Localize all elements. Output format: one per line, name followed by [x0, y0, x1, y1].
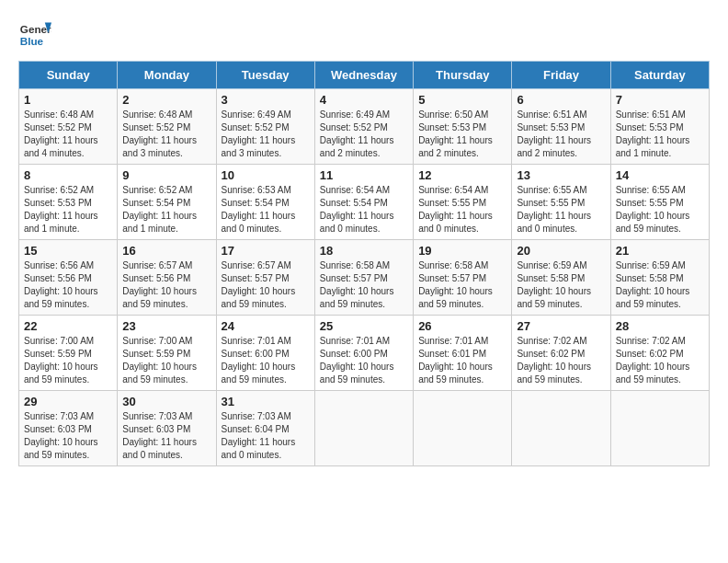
day-number: 3 [222, 93, 310, 107]
calendar-day-cell: 26 Sunrise: 7:01 AMSunset: 6:01 PMDaylig… [414, 316, 512, 391]
day-info: Sunrise: 6:52 AMSunset: 5:53 PMDaylight:… [24, 185, 98, 234]
calendar-week-row: 29 Sunrise: 7:03 AMSunset: 6:03 PMDaylig… [19, 391, 710, 466]
calendar-day-cell [314, 391, 413, 466]
calendar-day-cell: 7 Sunrise: 6:51 AMSunset: 5:53 PMDayligh… [610, 89, 709, 165]
calendar-day-header: Monday [118, 62, 216, 89]
calendar-table: SundayMondayTuesdayWednesdayThursdayFrid… [18, 61, 710, 466]
day-number: 1 [24, 93, 112, 107]
day-info: Sunrise: 6:50 AMSunset: 5:53 PMDaylight:… [418, 109, 493, 158]
day-number: 11 [320, 168, 408, 182]
day-number: 24 [222, 319, 310, 333]
calendar-day-cell: 13 Sunrise: 6:55 AMSunset: 5:55 PMDaylig… [512, 165, 610, 240]
day-info: Sunrise: 6:59 AMSunset: 5:58 PMDaylight:… [517, 260, 591, 309]
day-number: 22 [24, 319, 112, 333]
calendar-day-cell: 25 Sunrise: 7:01 AMSunset: 6:00 PMDaylig… [314, 316, 413, 391]
day-number: 5 [418, 93, 506, 107]
day-number: 16 [122, 244, 210, 258]
day-info: Sunrise: 6:57 AMSunset: 5:57 PMDaylight:… [222, 260, 296, 309]
calendar-day-cell: 20 Sunrise: 6:59 AMSunset: 5:58 PMDaylig… [512, 240, 610, 316]
day-info: Sunrise: 7:00 AMSunset: 5:59 PMDaylight:… [24, 336, 98, 385]
svg-text:Blue: Blue [20, 35, 44, 47]
calendar-day-cell: 24 Sunrise: 7:01 AMSunset: 6:00 PMDaylig… [216, 316, 314, 391]
logo-icon: General Blue [18, 18, 51, 52]
calendar-day-cell: 18 Sunrise: 6:58 AMSunset: 5:57 PMDaylig… [314, 240, 413, 316]
day-info: Sunrise: 7:02 AMSunset: 6:02 PMDaylight:… [517, 336, 591, 385]
day-info: Sunrise: 7:01 AMSunset: 6:01 PMDaylight:… [418, 336, 493, 385]
calendar-day-cell [512, 391, 610, 466]
calendar-day-header: Friday [512, 62, 610, 89]
day-info: Sunrise: 6:55 AMSunset: 5:55 PMDaylight:… [616, 185, 690, 234]
day-info: Sunrise: 6:49 AMSunset: 5:52 PMDaylight:… [320, 109, 394, 158]
calendar-day-cell: 8 Sunrise: 6:52 AMSunset: 5:53 PMDayligh… [19, 165, 118, 240]
day-number: 23 [122, 319, 210, 333]
calendar-day-cell: 27 Sunrise: 7:02 AMSunset: 6:02 PMDaylig… [512, 316, 610, 391]
calendar-week-row: 8 Sunrise: 6:52 AMSunset: 5:53 PMDayligh… [19, 165, 710, 240]
calendar-day-cell: 14 Sunrise: 6:55 AMSunset: 5:55 PMDaylig… [610, 165, 709, 240]
calendar-week-row: 15 Sunrise: 6:56 AMSunset: 5:56 PMDaylig… [19, 240, 710, 316]
day-number: 19 [418, 244, 506, 258]
calendar-day-header: Sunday [19, 62, 118, 89]
day-info: Sunrise: 6:58 AMSunset: 5:57 PMDaylight:… [320, 260, 394, 309]
logo: General Blue [18, 18, 57, 52]
day-info: Sunrise: 6:48 AMSunset: 5:52 PMDaylight:… [24, 109, 98, 158]
day-info: Sunrise: 7:03 AMSunset: 6:03 PMDaylight:… [122, 411, 197, 460]
day-info: Sunrise: 7:03 AMSunset: 6:03 PMDaylight:… [24, 411, 98, 460]
day-number: 2 [122, 93, 210, 107]
calendar-day-header: Thursday [414, 62, 512, 89]
day-info: Sunrise: 6:57 AMSunset: 5:56 PMDaylight:… [122, 260, 197, 309]
calendar-day-header: Wednesday [314, 62, 413, 89]
calendar-day-cell: 2 Sunrise: 6:48 AMSunset: 5:52 PMDayligh… [118, 89, 216, 165]
calendar-day-cell: 22 Sunrise: 7:00 AMSunset: 5:59 PMDaylig… [19, 316, 118, 391]
day-number: 7 [616, 93, 704, 107]
day-number: 14 [616, 168, 704, 182]
calendar-day-cell: 17 Sunrise: 6:57 AMSunset: 5:57 PMDaylig… [216, 240, 314, 316]
calendar-body: 1 Sunrise: 6:48 AMSunset: 5:52 PMDayligh… [19, 89, 710, 466]
day-number: 26 [418, 319, 506, 333]
calendar-day-header: Tuesday [216, 62, 314, 89]
calendar-day-cell: 6 Sunrise: 6:51 AMSunset: 5:53 PMDayligh… [512, 89, 610, 165]
page-header: General Blue [18, 18, 710, 52]
calendar-day-cell: 29 Sunrise: 7:03 AMSunset: 6:03 PMDaylig… [19, 391, 118, 466]
calendar-week-row: 1 Sunrise: 6:48 AMSunset: 5:52 PMDayligh… [19, 89, 710, 165]
day-number: 20 [517, 244, 605, 258]
day-info: Sunrise: 6:48 AMSunset: 5:52 PMDaylight:… [122, 109, 197, 158]
calendar-day-cell: 15 Sunrise: 6:56 AMSunset: 5:56 PMDaylig… [19, 240, 118, 316]
day-number: 31 [222, 395, 310, 408]
day-info: Sunrise: 6:59 AMSunset: 5:58 PMDaylight:… [616, 260, 690, 309]
day-number: 9 [122, 168, 210, 182]
day-number: 18 [320, 244, 408, 258]
day-number: 17 [222, 244, 310, 258]
day-number: 29 [24, 395, 112, 408]
calendar-day-cell: 28 Sunrise: 7:02 AMSunset: 6:02 PMDaylig… [610, 316, 709, 391]
calendar-day-cell: 31 Sunrise: 7:03 AMSunset: 6:04 PMDaylig… [216, 391, 314, 466]
day-info: Sunrise: 7:03 AMSunset: 6:04 PMDaylight:… [222, 411, 296, 460]
day-info: Sunrise: 7:01 AMSunset: 6:00 PMDaylight:… [222, 336, 296, 385]
day-number: 25 [320, 319, 408, 333]
day-number: 21 [616, 244, 704, 258]
day-number: 27 [517, 319, 605, 333]
calendar-day-cell: 11 Sunrise: 6:54 AMSunset: 5:54 PMDaylig… [314, 165, 413, 240]
calendar-day-cell: 5 Sunrise: 6:50 AMSunset: 5:53 PMDayligh… [414, 89, 512, 165]
day-number: 28 [616, 319, 704, 333]
calendar-day-cell: 10 Sunrise: 6:53 AMSunset: 5:54 PMDaylig… [216, 165, 314, 240]
calendar-day-cell: 4 Sunrise: 6:49 AMSunset: 5:52 PMDayligh… [314, 89, 413, 165]
calendar-day-cell [610, 391, 709, 466]
calendar-day-cell: 16 Sunrise: 6:57 AMSunset: 5:56 PMDaylig… [118, 240, 216, 316]
calendar-day-cell: 12 Sunrise: 6:54 AMSunset: 5:55 PMDaylig… [414, 165, 512, 240]
calendar-day-cell: 30 Sunrise: 7:03 AMSunset: 6:03 PMDaylig… [118, 391, 216, 466]
calendar-day-cell: 19 Sunrise: 6:58 AMSunset: 5:57 PMDaylig… [414, 240, 512, 316]
day-number: 12 [418, 168, 506, 182]
day-info: Sunrise: 7:01 AMSunset: 6:00 PMDaylight:… [320, 336, 394, 385]
calendar-day-cell [414, 391, 512, 466]
day-info: Sunrise: 6:51 AMSunset: 5:53 PMDaylight:… [616, 109, 690, 158]
day-info: Sunrise: 6:53 AMSunset: 5:54 PMDaylight:… [222, 185, 296, 234]
day-info: Sunrise: 6:56 AMSunset: 5:56 PMDaylight:… [24, 260, 98, 309]
day-info: Sunrise: 7:02 AMSunset: 6:02 PMDaylight:… [616, 336, 690, 385]
day-number: 30 [122, 395, 210, 408]
day-number: 4 [320, 93, 408, 107]
day-info: Sunrise: 6:55 AMSunset: 5:55 PMDaylight:… [517, 185, 591, 234]
day-info: Sunrise: 6:49 AMSunset: 5:52 PMDaylight:… [222, 109, 296, 158]
day-info: Sunrise: 6:58 AMSunset: 5:57 PMDaylight:… [418, 260, 493, 309]
calendar-day-header: Saturday [610, 62, 709, 89]
day-number: 10 [222, 168, 310, 182]
